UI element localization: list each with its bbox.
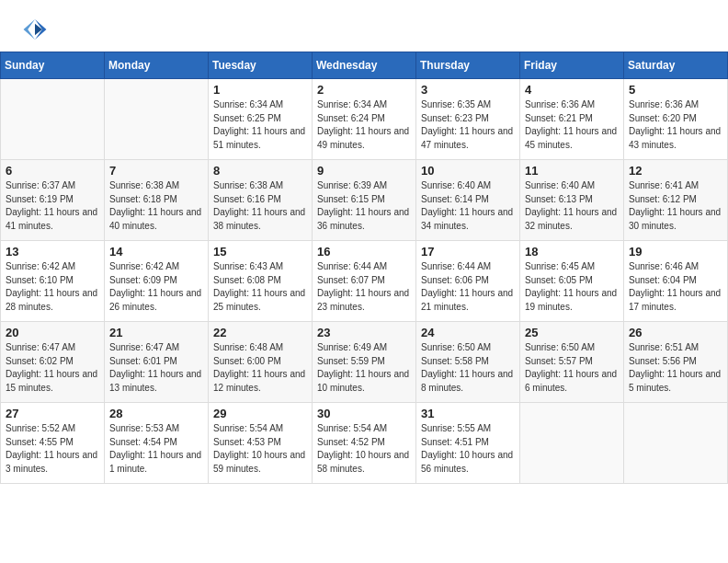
day-info: Sunrise: 5:54 AM Sunset: 4:53 PM Dayligh… <box>213 422 307 476</box>
page: SundayMondayTuesdayWednesdayThursdayFrid… <box>0 0 728 563</box>
day-info: Sunrise: 6:43 AM Sunset: 6:08 PM Dayligh… <box>213 260 307 314</box>
day-number: 17 <box>421 245 515 259</box>
day-number: 25 <box>525 326 619 339</box>
calendar-cell: 4Sunrise: 6:36 AM Sunset: 6:21 PM Daylig… <box>520 79 624 160</box>
day-info: Sunrise: 6:44 AM Sunset: 6:06 PM Dayligh… <box>421 260 515 314</box>
day-info: Sunrise: 6:49 AM Sunset: 5:59 PM Dayligh… <box>317 341 411 395</box>
calendar-cell: 12Sunrise: 6:41 AM Sunset: 6:12 PM Dayli… <box>624 160 728 241</box>
day-info: Sunrise: 5:55 AM Sunset: 4:51 PM Dayligh… <box>421 422 515 476</box>
day-info: Sunrise: 6:50 AM Sunset: 5:57 PM Dayligh… <box>525 341 619 395</box>
calendar-cell: 17Sunrise: 6:44 AM Sunset: 6:06 PM Dayli… <box>416 241 520 322</box>
calendar-cell: 1Sunrise: 6:34 AM Sunset: 6:25 PM Daylig… <box>209 79 313 160</box>
day-number: 6 <box>6 164 99 178</box>
calendar-cell: 23Sunrise: 6:49 AM Sunset: 5:59 PM Dayli… <box>313 322 416 403</box>
calendar-cell: 13Sunrise: 6:42 AM Sunset: 6:10 PM Dayli… <box>1 241 105 322</box>
day-number: 21 <box>109 326 203 339</box>
day-number: 19 <box>629 245 722 259</box>
logo <box>22 17 51 42</box>
day-number: 28 <box>109 407 203 420</box>
week-row: 13Sunrise: 6:42 AM Sunset: 6:10 PM Dayli… <box>1 241 728 322</box>
weekday-header: Monday <box>105 52 209 79</box>
day-info: Sunrise: 6:42 AM Sunset: 6:10 PM Dayligh… <box>6 260 99 314</box>
day-number: 11 <box>525 164 619 178</box>
day-info: Sunrise: 6:37 AM Sunset: 6:19 PM Dayligh… <box>6 179 99 233</box>
day-number: 22 <box>213 326 307 339</box>
calendar-body: 1Sunrise: 6:34 AM Sunset: 6:25 PM Daylig… <box>1 79 728 484</box>
day-info: Sunrise: 5:52 AM Sunset: 4:55 PM Dayligh… <box>6 422 99 476</box>
day-number: 23 <box>317 326 411 339</box>
day-info: Sunrise: 6:48 AM Sunset: 6:00 PM Dayligh… <box>213 341 307 395</box>
day-info: Sunrise: 5:54 AM Sunset: 4:52 PM Dayligh… <box>317 422 411 476</box>
day-info: Sunrise: 6:36 AM Sunset: 6:20 PM Dayligh… <box>629 98 722 152</box>
weekday-header: Tuesday <box>209 52 313 79</box>
calendar-cell: 26Sunrise: 6:51 AM Sunset: 5:56 PM Dayli… <box>624 322 728 403</box>
day-number: 7 <box>109 164 203 178</box>
logo-icon <box>22 17 48 42</box>
calendar-cell: 25Sunrise: 6:50 AM Sunset: 5:57 PM Dayli… <box>520 322 624 403</box>
weekday-header: Friday <box>520 52 624 79</box>
day-number: 14 <box>109 245 203 259</box>
day-info: Sunrise: 6:45 AM Sunset: 6:05 PM Dayligh… <box>525 260 619 314</box>
calendar: SundayMondayTuesdayWednesdayThursdayFrid… <box>0 52 728 484</box>
calendar-cell: 27Sunrise: 5:52 AM Sunset: 4:55 PM Dayli… <box>1 403 105 484</box>
calendar-cell: 14Sunrise: 6:42 AM Sunset: 6:09 PM Dayli… <box>105 241 209 322</box>
calendar-cell: 15Sunrise: 6:43 AM Sunset: 6:08 PM Dayli… <box>209 241 313 322</box>
day-info: Sunrise: 6:36 AM Sunset: 6:21 PM Dayligh… <box>525 98 619 152</box>
calendar-cell: 24Sunrise: 6:50 AM Sunset: 5:58 PM Dayli… <box>416 322 520 403</box>
calendar-cell: 9Sunrise: 6:39 AM Sunset: 6:15 PM Daylig… <box>313 160 416 241</box>
calendar-cell <box>1 79 105 160</box>
day-number: 31 <box>421 407 515 420</box>
weekday-row: SundayMondayTuesdayWednesdayThursdayFrid… <box>1 52 728 79</box>
day-info: Sunrise: 6:47 AM Sunset: 6:01 PM Dayligh… <box>109 341 203 395</box>
day-number: 8 <box>213 164 307 178</box>
calendar-cell: 18Sunrise: 6:45 AM Sunset: 6:05 PM Dayli… <box>520 241 624 322</box>
day-info: Sunrise: 6:38 AM Sunset: 6:16 PM Dayligh… <box>213 179 307 233</box>
day-info: Sunrise: 6:41 AM Sunset: 6:12 PM Dayligh… <box>629 179 722 233</box>
header <box>0 0 728 52</box>
week-row: 6Sunrise: 6:37 AM Sunset: 6:19 PM Daylig… <box>1 160 728 241</box>
day-number: 15 <box>213 245 307 259</box>
week-row: 27Sunrise: 5:52 AM Sunset: 4:55 PM Dayli… <box>1 403 728 484</box>
day-info: Sunrise: 6:34 AM Sunset: 6:25 PM Dayligh… <box>213 98 307 152</box>
day-info: Sunrise: 6:34 AM Sunset: 6:24 PM Dayligh… <box>317 98 411 152</box>
calendar-cell: 5Sunrise: 6:36 AM Sunset: 6:20 PM Daylig… <box>624 79 728 160</box>
calendar-cell: 31Sunrise: 5:55 AM Sunset: 4:51 PM Dayli… <box>416 403 520 484</box>
calendar-cell <box>520 403 624 484</box>
day-number: 12 <box>629 164 722 178</box>
calendar-cell: 10Sunrise: 6:40 AM Sunset: 6:14 PM Dayli… <box>416 160 520 241</box>
calendar-cell: 30Sunrise: 5:54 AM Sunset: 4:52 PM Dayli… <box>313 403 416 484</box>
calendar-cell <box>105 79 209 160</box>
day-info: Sunrise: 6:46 AM Sunset: 6:04 PM Dayligh… <box>629 260 722 314</box>
weekday-header: Thursday <box>416 52 520 79</box>
day-number: 30 <box>317 407 411 420</box>
calendar-cell: 29Sunrise: 5:54 AM Sunset: 4:53 PM Dayli… <box>209 403 313 484</box>
day-info: Sunrise: 6:47 AM Sunset: 6:02 PM Dayligh… <box>6 341 99 395</box>
day-number: 18 <box>525 245 619 259</box>
weekday-header: Wednesday <box>313 52 416 79</box>
calendar-cell: 22Sunrise: 6:48 AM Sunset: 6:00 PM Dayli… <box>209 322 313 403</box>
calendar-cell: 2Sunrise: 6:34 AM Sunset: 6:24 PM Daylig… <box>313 79 416 160</box>
day-info: Sunrise: 6:40 AM Sunset: 6:13 PM Dayligh… <box>525 179 619 233</box>
calendar-cell: 11Sunrise: 6:40 AM Sunset: 6:13 PM Dayli… <box>520 160 624 241</box>
day-number: 26 <box>629 326 722 339</box>
day-number: 5 <box>629 83 722 97</box>
calendar-cell: 19Sunrise: 6:46 AM Sunset: 6:04 PM Dayli… <box>624 241 728 322</box>
day-number: 29 <box>213 407 307 420</box>
week-row: 1Sunrise: 6:34 AM Sunset: 6:25 PM Daylig… <box>1 79 728 160</box>
day-info: Sunrise: 6:42 AM Sunset: 6:09 PM Dayligh… <box>109 260 203 314</box>
day-number: 20 <box>6 326 99 339</box>
day-number: 16 <box>317 245 411 259</box>
day-info: Sunrise: 6:44 AM Sunset: 6:07 PM Dayligh… <box>317 260 411 314</box>
weekday-header: Saturday <box>624 52 728 79</box>
calendar-cell: 28Sunrise: 5:53 AM Sunset: 4:54 PM Dayli… <box>105 403 209 484</box>
calendar-header: SundayMondayTuesdayWednesdayThursdayFrid… <box>1 52 728 79</box>
weekday-header: Sunday <box>1 52 105 79</box>
day-number: 4 <box>525 83 619 97</box>
day-info: Sunrise: 6:51 AM Sunset: 5:56 PM Dayligh… <box>629 341 722 395</box>
calendar-cell: 16Sunrise: 6:44 AM Sunset: 6:07 PM Dayli… <box>313 241 416 322</box>
day-info: Sunrise: 6:40 AM Sunset: 6:14 PM Dayligh… <box>421 179 515 233</box>
day-number: 1 <box>213 83 307 97</box>
day-number: 27 <box>6 407 99 420</box>
day-number: 24 <box>421 326 515 339</box>
calendar-cell: 6Sunrise: 6:37 AM Sunset: 6:19 PM Daylig… <box>1 160 105 241</box>
